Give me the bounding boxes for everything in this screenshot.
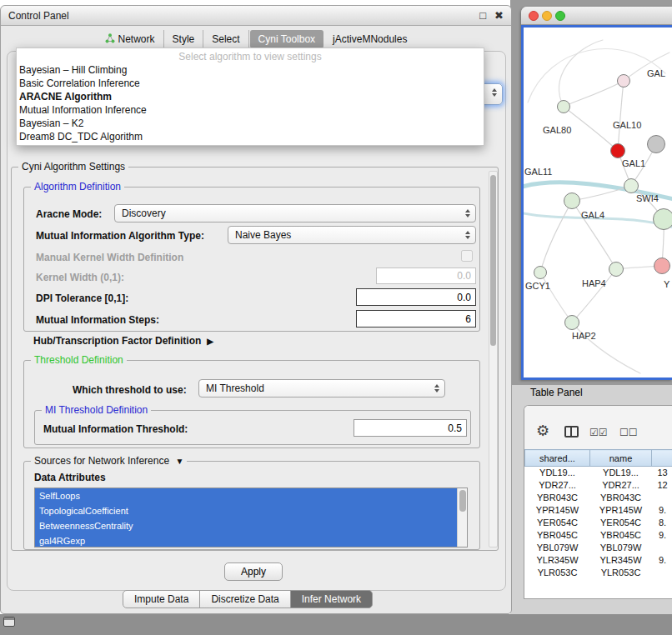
sources-expander[interactable]: Sources for Network Inference ▼: [31, 455, 187, 467]
table-cell[interactable]: [652, 567, 672, 579]
list-item[interactable]: SelfLoops: [35, 488, 467, 503]
table-cell[interactable]: YDR27...: [590, 479, 652, 492]
table-row[interactable]: YDR27...YDR27...12: [525, 479, 672, 492]
hub-definition-expander[interactable]: Hub/Transcription Factor Definition ▶: [33, 335, 213, 347]
table-cell[interactable]: 8.: [652, 517, 672, 529]
split-view-icon[interactable]: [564, 426, 579, 438]
table-cell[interactable]: YBL079W: [525, 542, 590, 554]
column-header[interactable]: [652, 450, 672, 467]
table-cell[interactable]: 13: [652, 467, 672, 479]
float-window-button[interactable]: □: [479, 10, 486, 21]
mi-threshold-input[interactable]: [354, 419, 467, 437]
mi-type-select[interactable]: Naive Bayes: [228, 226, 476, 244]
network-node[interactable]: [654, 258, 670, 274]
table-cell[interactable]: YLR345W: [590, 554, 652, 567]
group-title: MI Threshold Definition: [42, 404, 151, 416]
table-row[interactable]: YBR043CYBR043C: [525, 492, 672, 504]
tab-select[interactable]: Select: [203, 30, 248, 48]
algorithm-option[interactable]: Basic Correlation Inference: [17, 77, 484, 90]
select-columns-icon[interactable]: ☑☑: [589, 427, 608, 438]
table-row[interactable]: YLR345WYLR345W9.: [525, 554, 672, 567]
table-row[interactable]: YLR053CYLR053C: [525, 567, 672, 579]
table-cell[interactable]: YBL079W: [590, 542, 652, 554]
mi-threshold-definition-group: MI Threshold Definition Mutual Informati…: [34, 410, 471, 445]
list-item[interactable]: BetweennessCentrality: [35, 518, 467, 533]
network-node[interactable]: [534, 266, 547, 279]
algorithm-option[interactable]: Bayesian – K2: [17, 117, 484, 130]
table-cell[interactable]: 9.: [652, 554, 672, 567]
which-threshold-label: Which threshold to use:: [73, 384, 187, 396]
table-row[interactable]: YDL19...YDL19...13: [525, 467, 672, 479]
scrollbar-thumb[interactable]: [459, 490, 466, 512]
algorithm-option[interactable]: Bayesian – Hill Climbing: [17, 63, 484, 77]
algorithm-option[interactable]: Dream8 DC_TDC Algorithm: [17, 130, 484, 143]
network-node[interactable]: [564, 192, 580, 209]
list-scrollbar[interactable]: [457, 488, 467, 547]
network-node[interactable]: [624, 178, 639, 193]
mi-steps-label: Mutual Information Steps:: [36, 314, 159, 326]
table-cell[interactable]: YPR145W: [525, 504, 590, 517]
table-cell[interactable]: [652, 542, 672, 554]
table-cell[interactable]: YER054C: [590, 517, 652, 529]
network-canvas[interactable]: GALGAL80GAL10GAL11GAL1SWI4GAL4GCY1HAP4HA…: [521, 25, 672, 380]
table-cell[interactable]: YLR345W: [525, 554, 590, 567]
table-cell[interactable]: YDL19...: [590, 467, 652, 479]
table-cell[interactable]: YDL19...: [525, 467, 590, 479]
table-cell[interactable]: YBR045C: [590, 529, 652, 542]
table-cell[interactable]: [652, 492, 672, 504]
table-cell[interactable]: YLR053C: [590, 567, 652, 579]
column-header[interactable]: shared...: [525, 450, 590, 467]
table-cell[interactable]: YDR27...: [525, 479, 590, 492]
tab-style[interactable]: Style: [164, 30, 204, 48]
algorithm-option[interactable]: Mutual Information Inference: [17, 103, 484, 117]
close-window-button[interactable]: ✖: [494, 10, 504, 21]
panel-dock-icon[interactable]: [3, 617, 15, 627]
list-item[interactable]: gal4RGexp: [35, 533, 467, 548]
tab-jactivemnodules[interactable]: jActiveMNodules: [324, 30, 415, 48]
apply-button[interactable]: Apply: [224, 562, 283, 581]
scrollbar-thumb[interactable]: [490, 175, 496, 346]
table-row[interactable]: YER054CYER054C8.: [525, 517, 672, 529]
network-node[interactable]: [610, 143, 625, 158]
table-cell[interactable]: 9.: [652, 529, 672, 542]
column-header[interactable]: name: [590, 450, 652, 467]
tab-infer-network[interactable]: Infer Network: [290, 590, 373, 608]
close-window-icon[interactable]: [529, 11, 539, 21]
mi-steps-input[interactable]: [356, 310, 476, 328]
network-node[interactable]: [653, 208, 672, 230]
table-cell[interactable]: YPR145W: [590, 504, 652, 517]
zoom-window-icon[interactable]: [555, 11, 565, 21]
network-node-label: GAL: [647, 68, 665, 78]
table-cell[interactable]: 9.: [652, 504, 672, 517]
deselect-columns-icon[interactable]: ☐☐: [619, 427, 638, 438]
algorithm-option-selected[interactable]: ARACNE Algorithm: [17, 90, 484, 103]
table-cell[interactable]: YER054C: [525, 517, 590, 529]
tab-network[interactable]: Network: [97, 30, 164, 49]
table-row[interactable]: YBR045CYBR045C9.: [525, 529, 672, 542]
list-item[interactable]: TopologicalCoefficient: [35, 503, 467, 518]
aracne-mode-select[interactable]: Discovery: [114, 204, 476, 222]
table-cell[interactable]: YBR045C: [525, 529, 590, 542]
table-cell[interactable]: YBR043C: [590, 492, 652, 504]
network-node[interactable]: [557, 100, 570, 113]
network-node[interactable]: [647, 135, 665, 153]
dpi-tolerance-input[interactable]: [356, 288, 476, 306]
table-row[interactable]: YPR145WYPR145W9.: [525, 504, 672, 517]
network-node[interactable]: [617, 74, 630, 88]
window-title: Control Panel: [8, 10, 69, 22]
tab-impute-data[interactable]: Impute Data: [123, 590, 200, 608]
network-node[interactable]: [564, 315, 579, 330]
table-row[interactable]: YBL079WYBL079W: [525, 542, 672, 554]
table-cell[interactable]: YLR053C: [525, 567, 590, 579]
table-cell[interactable]: YBR043C: [525, 492, 590, 504]
table-cell[interactable]: 12: [652, 479, 672, 492]
network-node[interactable]: [609, 262, 624, 277]
minimize-window-icon[interactable]: [542, 11, 552, 21]
which-threshold-select[interactable]: MI Threshold: [198, 379, 445, 398]
tab-cyni-toolbox[interactable]: Cyni Toolbox: [250, 30, 323, 48]
network-node-label: GAL80: [543, 125, 571, 135]
tab-discretize-data[interactable]: Discretize Data: [199, 590, 290, 608]
settings-scrollbar[interactable]: [489, 171, 498, 548]
data-attributes-list[interactable]: SelfLoops TopologicalCoefficient Between…: [34, 488, 468, 548]
gear-icon[interactable]: ⚙: [536, 423, 549, 438]
